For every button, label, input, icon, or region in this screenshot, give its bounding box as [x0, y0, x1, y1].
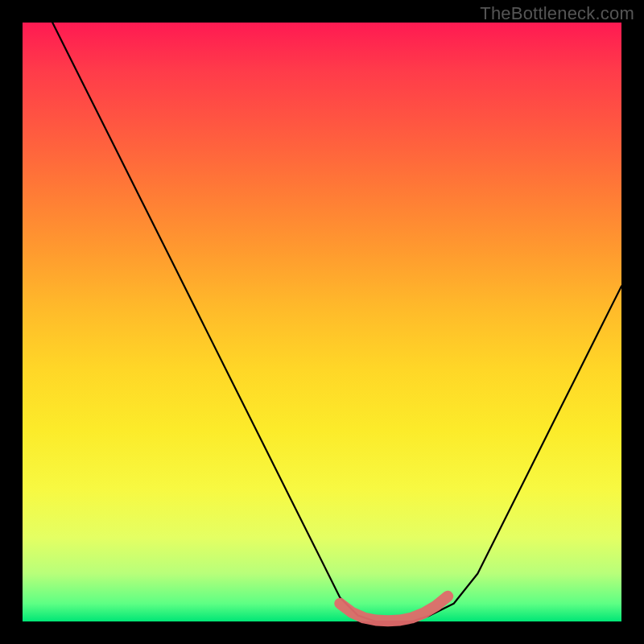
- chart-plot-area: [23, 23, 621, 621]
- chart-svg: [23, 23, 621, 621]
- bottleneck-curve: [52, 23, 621, 621]
- optimal-range-highlight: [340, 597, 448, 621]
- chart-frame: TheBottleneck.com: [0, 0, 644, 644]
- watermark-text: TheBottleneck.com: [480, 3, 634, 24]
